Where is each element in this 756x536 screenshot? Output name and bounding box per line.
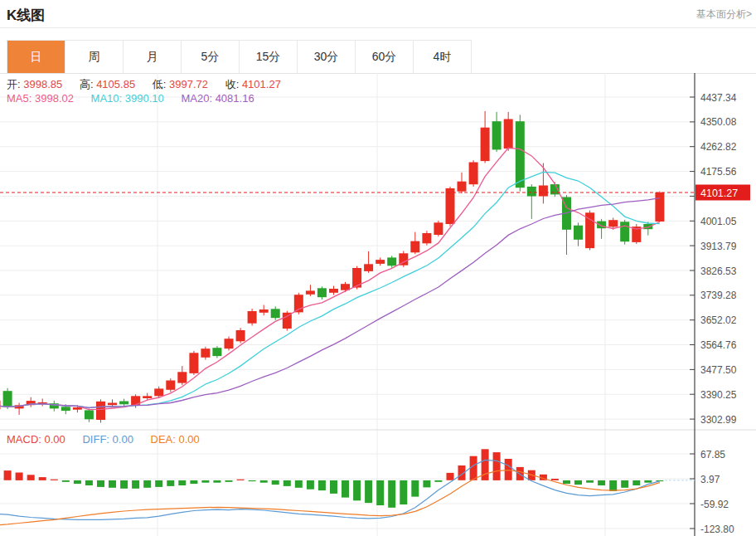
macd-bar bbox=[120, 480, 128, 489]
candle[interactable] bbox=[516, 121, 525, 188]
macd-bar bbox=[249, 480, 256, 481]
macd-bar bbox=[39, 477, 46, 480]
candle[interactable] bbox=[248, 311, 257, 324]
candle[interactable] bbox=[329, 289, 338, 293]
tab-15min[interactable]: 15分 bbox=[240, 41, 298, 73]
candle[interactable] bbox=[376, 260, 385, 264]
tab-week[interactable]: 周 bbox=[65, 41, 124, 73]
tab-month[interactable]: 月 bbox=[124, 41, 182, 73]
candle[interactable] bbox=[96, 402, 105, 420]
candle[interactable] bbox=[154, 388, 163, 396]
candle[interactable] bbox=[504, 119, 513, 149]
macd-bar bbox=[353, 480, 361, 500]
candle[interactable] bbox=[259, 309, 269, 313]
macd-bar bbox=[551, 479, 559, 480]
macd-bar bbox=[190, 480, 197, 484]
y-axis-label: 3477.50 bbox=[700, 364, 737, 376]
macd-bar bbox=[62, 480, 70, 482]
candle[interactable] bbox=[73, 407, 82, 410]
candle[interactable] bbox=[364, 264, 373, 271]
candle[interactable] bbox=[236, 330, 245, 341]
macd-bar bbox=[423, 480, 430, 488]
candle[interactable] bbox=[85, 410, 94, 419]
candle[interactable] bbox=[306, 290, 315, 294]
candle[interactable] bbox=[387, 257, 396, 266]
candle[interactable] bbox=[434, 222, 443, 235]
macd-bar bbox=[505, 459, 512, 480]
macd-bar bbox=[388, 480, 395, 508]
tab-60min[interactable]: 60分 bbox=[356, 41, 414, 73]
tab-4hour[interactable]: 4时 bbox=[414, 41, 472, 73]
y-axis-label: 3564.76 bbox=[700, 339, 737, 351]
candle[interactable] bbox=[422, 233, 431, 243]
y-axis-label: 4437.34 bbox=[700, 92, 737, 104]
macd-bar bbox=[411, 480, 419, 497]
y-axis-label: 3390.25 bbox=[700, 389, 737, 401]
macd-bar bbox=[51, 480, 58, 480]
candle[interactable] bbox=[458, 182, 467, 192]
candle[interactable] bbox=[410, 241, 419, 253]
tab-30min[interactable]: 30分 bbox=[298, 41, 356, 73]
macd-bar bbox=[447, 473, 454, 480]
macd-bar bbox=[574, 480, 582, 485]
candle[interactable] bbox=[177, 372, 187, 383]
kline-chart-area[interactable]: 4437.344350.084262.824175.564001.053913.… bbox=[0, 73, 756, 536]
ma5-line bbox=[0, 148, 660, 409]
macd-bar bbox=[400, 480, 407, 504]
macd-bar bbox=[307, 480, 314, 490]
macd-bar bbox=[178, 480, 186, 485]
candle[interactable] bbox=[131, 396, 140, 406]
candle[interactable] bbox=[108, 403, 117, 406]
candle[interactable] bbox=[0, 401, 1, 409]
macd-bar bbox=[260, 480, 268, 483]
macd-bar bbox=[167, 480, 174, 486]
candle[interactable] bbox=[492, 121, 502, 149]
candle[interactable] bbox=[201, 348, 210, 358]
candle[interactable] bbox=[574, 226, 583, 240]
y-axis-label: 4350.08 bbox=[700, 116, 737, 128]
candle[interactable] bbox=[469, 163, 478, 185]
candle[interactable] bbox=[61, 407, 70, 411]
macd-bar bbox=[470, 456, 477, 480]
tab-day[interactable]: 日 bbox=[7, 41, 65, 73]
candle[interactable] bbox=[317, 288, 327, 297]
candle[interactable] bbox=[212, 348, 221, 356]
candle[interactable] bbox=[119, 402, 128, 405]
candle[interactable] bbox=[271, 309, 280, 318]
y-axis-label: 3913.79 bbox=[700, 241, 737, 252]
macd-bar bbox=[16, 473, 23, 480]
macd-bar bbox=[213, 480, 220, 483]
macd-bar bbox=[74, 480, 81, 484]
macd-bar bbox=[272, 480, 279, 485]
macd-bar bbox=[632, 480, 640, 485]
y-axis-label: 4262.82 bbox=[700, 141, 737, 153]
macd-axis-label: -59.92 bbox=[700, 499, 729, 510]
candle[interactable] bbox=[166, 381, 175, 390]
y-axis-label: 3826.53 bbox=[700, 266, 737, 277]
candle[interactable] bbox=[620, 222, 629, 241]
fundamental-analysis-link[interactable]: 基本面分析> bbox=[696, 7, 752, 22]
y-axis-label: 3652.02 bbox=[700, 314, 737, 326]
candle[interactable] bbox=[539, 186, 548, 197]
macd-bar bbox=[586, 480, 594, 483]
candle[interactable] bbox=[3, 391, 12, 407]
macd-bar bbox=[330, 480, 337, 494]
candle[interactable] bbox=[446, 188, 455, 224]
macd-bar bbox=[516, 467, 524, 480]
candle[interactable] bbox=[527, 187, 536, 197]
period-tabs-group: 日 周 月 5分 15分 30分 60分 4时 bbox=[7, 40, 472, 73]
candle[interactable] bbox=[608, 220, 618, 227]
candle[interactable] bbox=[655, 192, 664, 222]
candle[interactable] bbox=[189, 353, 198, 373]
page-title: K线图 bbox=[7, 6, 45, 25]
candle[interactable] bbox=[481, 128, 490, 161]
candle[interactable] bbox=[143, 396, 152, 398]
macd-bar bbox=[27, 475, 35, 480]
candle[interactable] bbox=[283, 313, 292, 329]
y-axis-label: 4175.56 bbox=[700, 166, 737, 178]
tab-5min[interactable]: 5分 bbox=[182, 41, 240, 73]
current-price-badge-label: 4101.27 bbox=[700, 188, 738, 199]
macd-bar bbox=[4, 470, 12, 480]
kline-chart[interactable]: 4437.344350.084262.824175.564001.053913.… bbox=[0, 73, 756, 536]
candle[interactable] bbox=[225, 339, 234, 348]
